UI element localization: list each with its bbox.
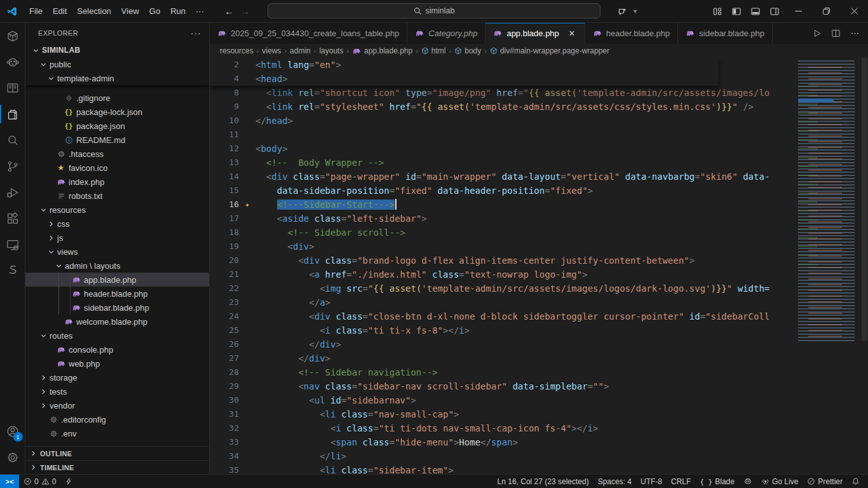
code-line-27[interactable]: 27</div> xyxy=(210,351,793,365)
tree-item-js[interactable]: js xyxy=(25,231,209,245)
code-line-29[interactable]: 29<nav class="sidebar-nav scroll-sidebar… xyxy=(210,379,793,393)
code-line-31[interactable]: 31<li class="nav-small-cap"> xyxy=(210,407,793,421)
section-outline[interactable]: OUTLINE xyxy=(25,446,209,460)
code-line-14[interactable]: 14<div class="page-wrapper" id="main-wra… xyxy=(210,170,793,184)
breadcrumb-item[interactable]: resources xyxy=(220,46,254,55)
code-line-20[interactable]: 20<div class="brand-logo d-flex align-it… xyxy=(210,254,793,268)
status-eol[interactable]: CRLF xyxy=(667,475,695,488)
editor-scrollbar[interactable] xyxy=(861,58,868,474)
menu-view[interactable]: View xyxy=(116,4,144,18)
code-line-24[interactable]: 24<div class="close-btn d-xl-none d-bloc… xyxy=(210,309,793,323)
tree-item-welcome.blade.php[interactable]: welcome.blade.php xyxy=(25,315,209,329)
tab-app.blade.php[interactable]: app.blade.php✕ xyxy=(485,23,585,44)
tree-item-siminlab[interactable]: SIMINLAB xyxy=(25,43,209,57)
menu-[interactable]: ··· xyxy=(191,4,209,18)
remote-window-icon[interactable] xyxy=(0,231,25,257)
tree-item-package.json[interactable]: {}package.json xyxy=(25,119,209,133)
tree-item-header.blade.php[interactable]: header.blade.php xyxy=(25,287,209,301)
status-language-mode[interactable]: { }Blade xyxy=(695,475,739,488)
tab-category.php[interactable]: Category.php xyxy=(407,23,485,44)
remote-indicator[interactable]: >< xyxy=(0,475,19,488)
code-line-10[interactable]: 10</head> xyxy=(210,114,793,128)
code-line-25[interactable]: 25<i class="ti ti-x fs-8"></i> xyxy=(210,323,793,337)
code-line-18[interactable]: 18<!-- Sidebar scroll--> xyxy=(210,226,793,240)
menu-edit[interactable]: Edit xyxy=(48,4,72,18)
command-center-search[interactable]: siminlab xyxy=(268,3,600,18)
status-encoding[interactable]: UTF-8 xyxy=(636,475,667,488)
tree-item-readme.md[interactable]: README.md xyxy=(25,133,209,147)
code-line-17[interactable]: 17<aside class="left-sidebar"> xyxy=(210,212,793,226)
tree-item-console.php[interactable]: console.php xyxy=(25,342,209,356)
extensions-icon[interactable] xyxy=(0,205,25,231)
code-line-22[interactable]: 22<img src="{{ asset('template-admin/src… xyxy=(210,281,793,295)
code-editor[interactable]: 8<link rel="shortcut icon" type="image/p… xyxy=(210,58,868,474)
book-icon[interactable] xyxy=(0,75,25,101)
toggle-primary-sidebar-icon[interactable] xyxy=(727,3,746,20)
minimap[interactable] xyxy=(793,58,861,474)
tree-item-favicon.ico[interactable]: ★favicon.ico xyxy=(25,161,209,175)
code-line-13[interactable]: 13<!-- Body Wrapper --> xyxy=(210,156,793,170)
code-line-16[interactable]: 16✦<!--·Sidebar·Start·--> xyxy=(210,198,793,212)
code-line-23[interactable]: 23</a> xyxy=(210,295,793,309)
tree-item-.gitignore[interactable]: .gitignore xyxy=(25,91,209,105)
close-tab-icon[interactable]: ✕ xyxy=(567,29,577,38)
explorer-files-icon[interactable] xyxy=(0,101,25,127)
tree-item-package-lock.json[interactable]: {}package-lock.json xyxy=(25,105,209,119)
tree-item-storage[interactable]: storage xyxy=(25,370,209,384)
status-prettier[interactable]: Prettier xyxy=(803,475,847,488)
forward-arrow-icon[interactable]: → xyxy=(240,6,250,17)
section-timeline[interactable]: TIMELINE xyxy=(25,460,209,474)
tree-item-views[interactable]: views xyxy=(25,245,209,259)
breadcrumb-item[interactable]: views xyxy=(262,46,281,55)
breadcrumb-item[interactable]: div#main-wrapper.page-wrapper xyxy=(490,46,609,55)
more-actions-icon[interactable] xyxy=(846,26,863,41)
breadcrumb-item[interactable]: app.blade.php xyxy=(352,46,412,56)
status-cursor-position[interactable]: Ln 16, Col 27 (23 selected) xyxy=(493,475,593,488)
copilot-chat-icon[interactable] xyxy=(613,3,632,20)
code-line-32[interactable]: 32<i class="ti ti-dots nav-small-cap-ico… xyxy=(210,421,793,435)
tree-item-robots.txt[interactable]: robots.txt xyxy=(25,189,209,203)
code-line-30[interactable]: 30<ul id="sidebarnav"> xyxy=(210,393,793,407)
tree-item-template-admin[interactable]: template-admin xyxy=(25,71,209,85)
tree-item-tests[interactable]: tests xyxy=(25,384,209,398)
source-control-icon[interactable] xyxy=(0,153,25,179)
close-window-button[interactable] xyxy=(840,0,868,23)
tree-item-sidebar.blade.php[interactable]: sidebar.blade.php xyxy=(25,301,209,315)
breadcrumb-item[interactable]: html xyxy=(421,46,446,55)
menu-selection[interactable]: Selection xyxy=(72,4,116,18)
run-icon[interactable] xyxy=(808,26,825,41)
customize-layout-icon[interactable] xyxy=(708,3,727,20)
status-go-live[interactable]: Go Live xyxy=(757,475,803,488)
back-arrow-icon[interactable]: ← xyxy=(224,6,234,17)
status-notifications[interactable] xyxy=(847,475,864,488)
menu-run[interactable]: Run xyxy=(165,4,191,18)
explorer-more-actions-icon[interactable]: ··· xyxy=(191,28,201,38)
code-line-19[interactable]: 19<div> xyxy=(210,240,793,254)
breadcrumb-item[interactable]: body xyxy=(454,46,481,55)
code-line-34[interactable]: 34</li> xyxy=(210,449,793,463)
tab-2025-09-25-034430-create-loans-table.php[interactable]: 2025_09_25_034430_create_loans_table.php xyxy=(210,23,407,44)
problems[interactable]: 00 xyxy=(19,475,60,488)
code-line-33[interactable]: 33<span class="hide-menu">Home</span> xyxy=(210,435,793,449)
run-debug-icon[interactable] xyxy=(0,179,25,205)
tree-item-css[interactable]: css xyxy=(25,217,209,231)
tree-item-.env[interactable]: .env xyxy=(25,426,209,440)
code-line-28[interactable]: 28<!-- Sidebar navigation--> xyxy=(210,365,793,379)
code-line-8[interactable]: 8<link rel="shortcut icon" type="image/p… xyxy=(210,86,793,100)
container-icon[interactable] xyxy=(0,23,25,49)
breadcrumb-item[interactable]: layouts xyxy=(319,46,343,55)
code-line-15[interactable]: 15data-sidebar-position="fixed" data-hea… xyxy=(210,184,793,198)
tree-item-.editorconfig[interactable]: .editorconfig xyxy=(25,412,209,426)
tree-item-admin-layouts[interactable]: admin \ layouts xyxy=(25,259,209,273)
tree-item-.htaccess[interactable]: .htaccess xyxy=(25,147,209,161)
code-line-9[interactable]: 9<link rel="stylesheet" href="{{ asset('… xyxy=(210,100,793,114)
tab-header.blade.php[interactable]: header.blade.php xyxy=(585,23,678,44)
tree-item-index.php[interactable]: index.php xyxy=(25,175,209,189)
stylized-s-icon[interactable] xyxy=(0,257,25,283)
settings-gear-icon[interactable] xyxy=(0,444,25,470)
tab-sidebar.blade.php[interactable]: sidebar.blade.php xyxy=(678,23,773,44)
tree-item-routes[interactable]: routes xyxy=(25,329,209,342)
code-line-11[interactable]: 11 xyxy=(210,128,793,142)
minimize-button[interactable] xyxy=(784,0,812,23)
toggle-secondary-sidebar-icon[interactable] xyxy=(765,3,784,20)
